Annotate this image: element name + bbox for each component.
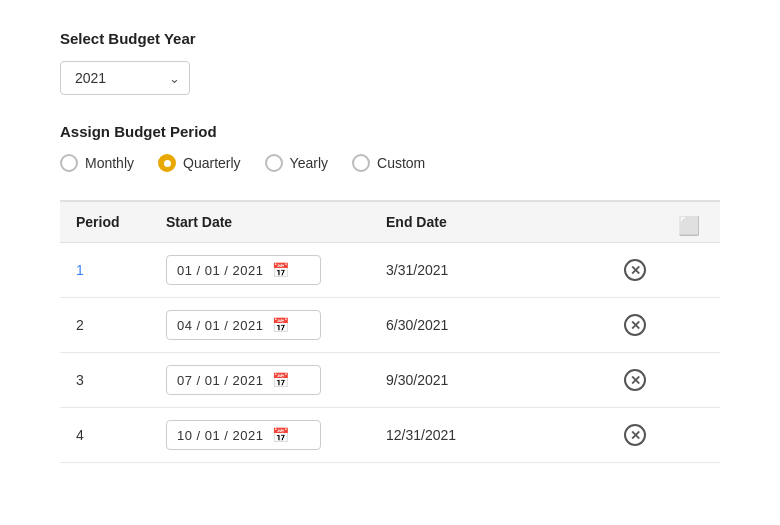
end-date-1: 3/31/2021 [386, 262, 586, 278]
start-date-value-2: 04 / 01 / 2021 [177, 318, 264, 333]
header-actions [586, 214, 646, 230]
end-date-4: 12/31/2021 [386, 427, 586, 443]
radio-option-custom[interactable]: Custom [352, 154, 425, 172]
start-date-cell-3: 07 / 01 / 2021 📅 [166, 365, 386, 395]
radio-label-monthly: Monthly [85, 155, 134, 171]
table-row: 3 07 / 01 / 2021 📅 9/30/2021 ✕ [60, 353, 720, 408]
remove-circle-icon-1: ✕ [624, 259, 646, 281]
remove-button-2[interactable]: ✕ [586, 314, 646, 336]
start-date-cell-1: 01 / 01 / 2021 📅 [166, 255, 386, 285]
radio-circle-yearly [265, 154, 283, 172]
radio-circle-quarterly [158, 154, 176, 172]
radio-circle-monthly [60, 154, 78, 172]
remove-circle-icon-4: ✕ [624, 424, 646, 446]
calendar-icon-3[interactable]: 📅 [272, 372, 289, 388]
calendar-icon-2[interactable]: 📅 [272, 317, 289, 333]
calendar-icon-4[interactable]: 📅 [272, 427, 289, 443]
header-period: Period [76, 214, 166, 230]
start-date-cell-4: 10 / 01 / 2021 📅 [166, 420, 386, 450]
radio-label-yearly: Yearly [290, 155, 328, 171]
year-select[interactable]: 2021 2020 2022 [60, 61, 190, 95]
header-start-date: Start Date [166, 214, 386, 230]
start-date-input-2[interactable]: 04 / 01 / 2021 📅 [166, 310, 321, 340]
start-date-input-3[interactable]: 07 / 01 / 2021 📅 [166, 365, 321, 395]
period-number-3: 3 [76, 372, 166, 388]
budget-period-radio-group: Monthly Quarterly Yearly Custom [60, 154, 720, 172]
year-select-wrapper: 2021 2020 2022 ⌄ [60, 61, 190, 95]
radio-label-custom: Custom [377, 155, 425, 171]
radio-option-yearly[interactable]: Yearly [265, 154, 328, 172]
table-row: 2 04 / 01 / 2021 📅 6/30/2021 ✕ [60, 298, 720, 353]
end-date-2: 6/30/2021 [386, 317, 586, 333]
radio-option-quarterly[interactable]: Quarterly [158, 154, 241, 172]
remove-button-4[interactable]: ✕ [586, 424, 646, 446]
radio-circle-custom [352, 154, 370, 172]
table-row: 4 10 / 01 / 2021 📅 12/31/2021 ✕ [60, 408, 720, 463]
start-date-input-4[interactable]: 10 / 01 / 2021 📅 [166, 420, 321, 450]
calendar-icon-1[interactable]: 📅 [272, 262, 289, 278]
end-date-3: 9/30/2021 [386, 372, 586, 388]
period-number-1: 1 [76, 262, 166, 278]
radio-option-monthly[interactable]: Monthly [60, 154, 134, 172]
assign-budget-period-label: Assign Budget Period [60, 123, 720, 140]
start-date-cell-2: 04 / 01 / 2021 📅 [166, 310, 386, 340]
remove-button-1[interactable]: ✕ [586, 259, 646, 281]
radio-label-quarterly: Quarterly [183, 155, 241, 171]
remove-button-3[interactable]: ✕ [586, 369, 646, 391]
start-date-value-3: 07 / 01 / 2021 [177, 373, 264, 388]
header-end-date: End Date [386, 214, 586, 230]
remove-circle-icon-2: ✕ [624, 314, 646, 336]
start-date-value-1: 01 / 01 / 2021 [177, 263, 264, 278]
start-date-input-1[interactable]: 01 / 01 / 2021 📅 [166, 255, 321, 285]
select-budget-year-label: Select Budget Year [60, 30, 720, 47]
start-date-value-4: 10 / 01 / 2021 [177, 428, 264, 443]
remove-circle-icon-3: ✕ [624, 369, 646, 391]
period-number-2: 2 [76, 317, 166, 333]
budget-periods-table: Period Start Date End Date 1 01 / 01 / 2… [60, 200, 720, 463]
table-header-row: Period Start Date End Date [60, 202, 720, 243]
table-row: 1 01 / 01 / 2021 📅 3/31/2021 ✕ [60, 243, 720, 298]
period-number-4: 4 [76, 427, 166, 443]
